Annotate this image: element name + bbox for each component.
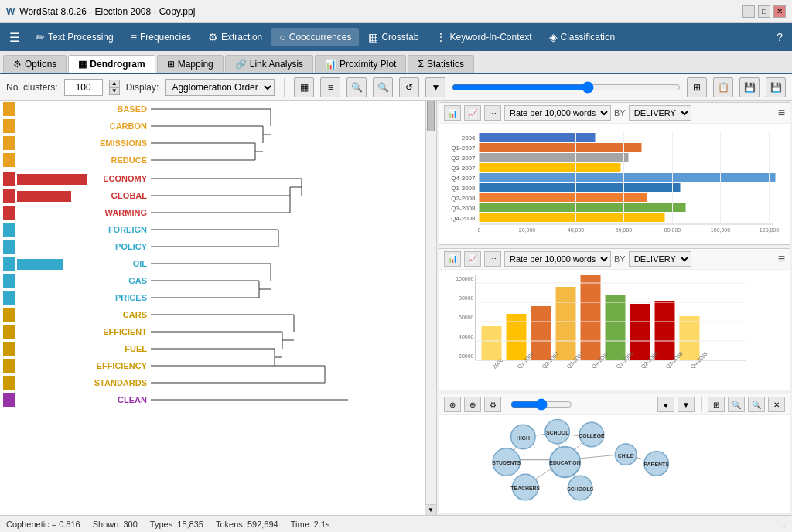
title-bar: W WordStat 8.0.26 - Election 2008 - Copy… xyxy=(0,0,792,23)
svg-text:Q2-2008: Q2-2008 xyxy=(451,195,476,202)
tab-statistics[interactable]: Σ Statistics xyxy=(408,55,473,73)
scroll-thumb[interactable] xyxy=(427,101,435,131)
network-toolbar: ⊛ ⊕ ⚙ ● ▼ ⊞ 🔍 🔍 ✕ xyxy=(439,394,790,415)
display-select[interactable]: Agglomeration Order Alphabetical Frequen… xyxy=(165,79,275,96)
chart1-line-icon[interactable]: 📈 xyxy=(464,105,481,121)
tab-link-analysis[interactable]: 🔗 Link Analysis xyxy=(225,55,313,73)
table-btn[interactable]: ≡ xyxy=(320,77,340,97)
chart2-line-icon[interactable]: 📈 xyxy=(464,251,481,267)
frequencies-icon: ≡ xyxy=(131,31,137,43)
zoom-out-btn[interactable]: 🔍 xyxy=(373,77,393,97)
network-expand-btn[interactable]: ⊞ xyxy=(708,397,725,412)
network-reset-btn[interactable]: ✕ xyxy=(768,397,785,412)
svg-rect-44 xyxy=(630,304,650,360)
svg-rect-17 xyxy=(480,213,665,222)
classification-icon: ◈ xyxy=(549,31,558,43)
svg-rect-38 xyxy=(482,326,502,360)
hamburger-menu[interactable]: ☰ xyxy=(3,27,26,48)
chart2-by-select[interactable]: DELIVERY DATE xyxy=(629,251,691,267)
word-label: FUEL xyxy=(125,344,147,353)
filter-btn[interactable]: ▼ xyxy=(425,77,446,97)
network-zoom-out-btn[interactable]: 🔍 xyxy=(748,397,765,412)
svg-rect-11 xyxy=(480,183,681,192)
menu-extraction[interactable]: ⚙ Extraction xyxy=(200,28,270,46)
chart1-by-select[interactable]: DELIVERY DATE xyxy=(629,105,691,121)
dendrogram-svg: BASED CARBON EMISSIONS REDUCE xyxy=(0,101,418,425)
network-node-btn[interactable]: ● xyxy=(657,397,674,412)
chart1-scatter-icon[interactable]: ⋯ xyxy=(484,105,501,121)
color-swatch xyxy=(3,153,15,167)
save2-btn[interactable]: 💾 xyxy=(766,77,786,97)
chart2-menu-icon[interactable]: ≡ xyxy=(778,252,785,266)
color-swatch xyxy=(3,325,15,339)
refresh-btn[interactable]: ↺ xyxy=(399,77,419,97)
chart2-scatter-icon[interactable]: ⋯ xyxy=(484,251,501,267)
network-filter-btn[interactable]: ▼ xyxy=(678,397,695,412)
word-label: EFFICIENCY xyxy=(97,361,148,370)
save-btn[interactable]: 💾 xyxy=(739,77,760,97)
chart1-menu-icon[interactable]: ≡ xyxy=(778,106,785,120)
network-zoom-slider[interactable] xyxy=(510,398,572,411)
svg-text:2006: 2006 xyxy=(462,135,476,142)
help-button[interactable]: ? xyxy=(770,28,789,46)
clusters-input[interactable]: 100 xyxy=(64,79,103,96)
menu-text-processing[interactable]: ✏ Text Processing xyxy=(28,28,121,46)
clusters-label: No. clusters: xyxy=(6,82,58,93)
dendrogram-panel: BASED CARBON EMISSIONS REDUCE xyxy=(0,101,437,515)
chart1-bar-icon[interactable]: 📊 xyxy=(444,105,461,121)
minimize-button[interactable]: — xyxy=(742,5,755,18)
menu-frequencies[interactable]: ≡ Frequencies xyxy=(123,28,199,46)
svg-rect-42 xyxy=(581,275,601,360)
svg-rect-9 xyxy=(480,173,776,182)
options-icon: ⚙ xyxy=(13,59,22,70)
maximize-button[interactable]: □ xyxy=(758,5,770,18)
clusters-spinner[interactable]: ▲ ▼ xyxy=(109,80,120,95)
spinner-up[interactable]: ▲ xyxy=(109,80,120,87)
svg-text:Q3-2008: Q3-2008 xyxy=(451,205,476,212)
color-swatch xyxy=(3,308,15,322)
color-swatch xyxy=(3,136,15,150)
chart2-bar-icon[interactable]: 📊 xyxy=(444,251,461,267)
svg-text:PARENTS: PARENTS xyxy=(644,462,669,467)
tab-proximity-plot[interactable]: 📊 Proximity Plot xyxy=(315,55,406,73)
tab-options[interactable]: ⚙ Options xyxy=(3,55,67,73)
svg-text:SCHOOLS: SCHOOLS xyxy=(567,486,593,492)
zoom-slider[interactable] xyxy=(452,81,681,94)
scroll-down-arrow[interactable]: ▼ xyxy=(425,504,436,515)
grid-view-btn[interactable]: ▦ xyxy=(294,77,314,97)
svg-text:Q3-2007: Q3-2007 xyxy=(451,165,476,172)
tab-mapping[interactable]: ⊞ Mapping xyxy=(157,55,224,73)
tokens-status: Tokens: 592,694 xyxy=(216,520,278,529)
color-swatch xyxy=(3,172,15,186)
network-zoom-in-btn[interactable]: 🔍 xyxy=(728,397,745,412)
svg-text:20,000: 20,000 xyxy=(519,227,536,233)
close-button[interactable]: ✕ xyxy=(773,5,786,18)
toolbar: No. clusters: 100 ▲ ▼ Display: Agglomera… xyxy=(0,74,792,101)
zoom-in-btn[interactable]: 🔍 xyxy=(346,77,367,97)
network-settings-btn[interactable]: ⚙ xyxy=(484,397,501,412)
chart1-rate-select[interactable]: Rate per 10,000 words Frequency xyxy=(504,105,611,121)
svg-rect-13 xyxy=(480,193,647,202)
color-swatch xyxy=(3,223,15,237)
shown-status: Shown: 300 xyxy=(93,520,138,529)
color-swatch xyxy=(3,376,15,390)
menu-crosstab[interactable]: ▦ Crosstab xyxy=(360,28,426,46)
network-layout-btn[interactable]: ⊛ xyxy=(444,397,461,412)
chart2-body: 100000 80000 60000 40000 20000 xyxy=(439,270,790,390)
spinner-down[interactable]: ▼ xyxy=(109,87,120,95)
copy-btn[interactable]: 📋 xyxy=(713,77,733,97)
export-table-btn[interactable]: ⊞ xyxy=(687,77,707,97)
menu-cooccurrences[interactable]: ○ Cooccurrences xyxy=(271,28,359,46)
svg-text:60000: 60000 xyxy=(459,315,474,320)
menu-keyword-in-context[interactable]: ⋮ Keyword-In-Context xyxy=(428,28,539,46)
word-label: FOREIGN xyxy=(108,225,147,234)
svg-rect-1 xyxy=(480,133,596,142)
network-add-btn[interactable]: ⊕ xyxy=(464,397,481,412)
svg-text:80000: 80000 xyxy=(459,295,474,301)
chart2-rate-select[interactable]: Rate per 10,000 words Frequency xyxy=(504,251,611,267)
svg-text:0: 0 xyxy=(478,227,481,233)
svg-text:100,000: 100,000 xyxy=(711,227,730,233)
tab-dendrogram[interactable]: ▦ Dendrogram xyxy=(68,55,155,73)
color-swatch xyxy=(3,119,15,133)
menu-classification[interactable]: ◈ Classification xyxy=(541,28,623,46)
